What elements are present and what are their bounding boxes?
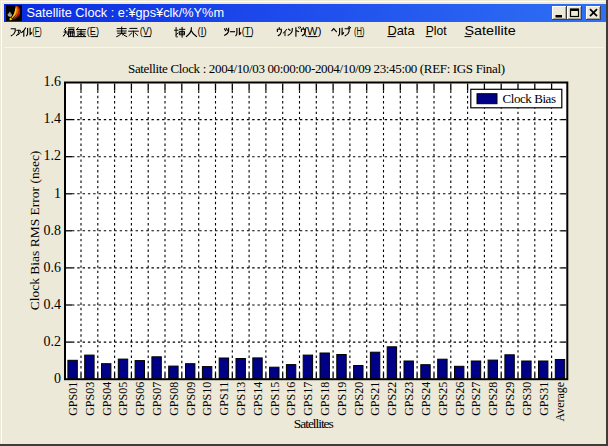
- svg-text:GPS31: GPS31: [537, 382, 551, 416]
- svg-text:GPS01: GPS01: [66, 382, 80, 416]
- svg-text:1.2: 1.2: [44, 148, 62, 163]
- svg-text:Clock Bias RMS Error (nsec): Clock Bias RMS Error (nsec): [27, 151, 42, 311]
- svg-text:GPS17: GPS17: [301, 382, 315, 416]
- svg-text:Satellites: Satellites: [294, 416, 334, 431]
- svg-text:GPS16: GPS16: [284, 382, 298, 416]
- svg-text:GPS24: GPS24: [419, 382, 433, 416]
- svg-text:GPS25: GPS25: [436, 382, 450, 416]
- svg-text:GPS20: GPS20: [352, 382, 366, 416]
- svg-text:Average: Average: [553, 382, 567, 422]
- svg-text:GPS27: GPS27: [469, 382, 483, 416]
- svg-text:GPS13: GPS13: [234, 382, 248, 416]
- svg-text:0.8: 0.8: [44, 223, 62, 238]
- svg-text:1.6: 1.6: [44, 74, 62, 89]
- svg-text:GPS26: GPS26: [453, 382, 467, 416]
- svg-text:GPS04: GPS04: [100, 382, 114, 416]
- svg-text:GPS21: GPS21: [368, 382, 382, 416]
- svg-text:GPS19: GPS19: [335, 382, 349, 416]
- svg-text:GPS09: GPS09: [184, 382, 198, 416]
- svg-text:GPS14: GPS14: [251, 382, 265, 416]
- svg-text:GPS05: GPS05: [116, 382, 130, 416]
- svg-text:Clock Bias: Clock Bias: [503, 91, 557, 106]
- svg-text:GPS29: GPS29: [503, 382, 517, 416]
- svg-text:GPS08: GPS08: [167, 382, 181, 416]
- svg-text:GPS11: GPS11: [217, 382, 231, 416]
- svg-text:GPS23: GPS23: [402, 382, 416, 416]
- svg-text:GPS30: GPS30: [520, 382, 534, 416]
- svg-text:GPS03: GPS03: [83, 382, 97, 416]
- svg-text:1: 1: [54, 186, 61, 201]
- svg-text:1.4: 1.4: [44, 111, 62, 126]
- svg-text:GPS28: GPS28: [486, 382, 500, 416]
- svg-text:Satellite Clock : 2004/10/03 0: Satellite Clock : 2004/10/03 00:00:00-20…: [128, 61, 505, 76]
- svg-text:GPS22: GPS22: [385, 382, 399, 416]
- svg-text:0: 0: [54, 371, 61, 386]
- svg-text:GPS15: GPS15: [268, 382, 282, 416]
- svg-text:GPS06: GPS06: [133, 382, 147, 416]
- svg-text:GPS18: GPS18: [318, 382, 332, 416]
- svg-text:0.4: 0.4: [44, 297, 62, 312]
- svg-text:GPS10: GPS10: [200, 382, 214, 416]
- svg-text:0.2: 0.2: [44, 334, 62, 349]
- svg-text:GPS07: GPS07: [150, 382, 164, 416]
- svg-text:0.6: 0.6: [44, 260, 62, 275]
